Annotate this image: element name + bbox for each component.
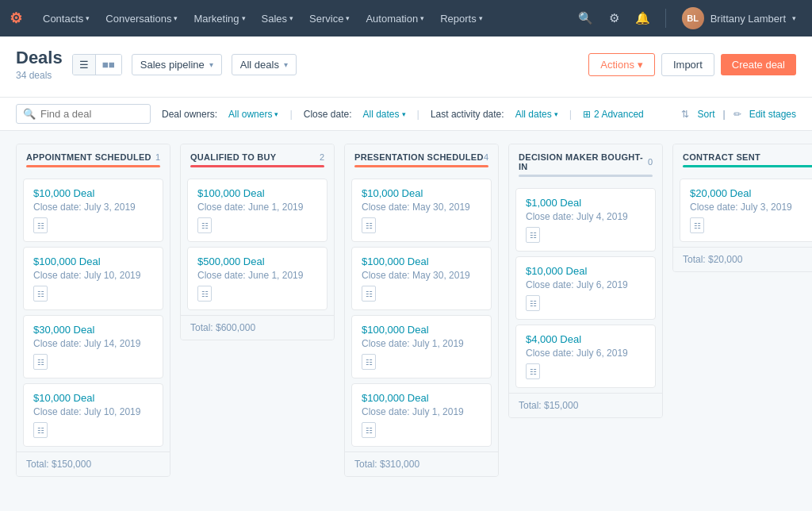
kanban-cards: $10,000 Deal Close date: July 3, 2019 ☷ … xyxy=(17,174,170,451)
nav-sales[interactable]: Sales ▾ xyxy=(254,0,302,36)
kanban-board: APPOINTMENT SCHEDULED 1 $10,000 Deal Clo… xyxy=(0,131,812,505)
activity-chevron-icon: ▾ xyxy=(554,110,558,118)
deal-name: $1,000 Deal xyxy=(526,197,645,209)
deal-icon: ☷ xyxy=(33,354,48,370)
deal-name: $100,000 Deal xyxy=(362,392,481,404)
deal-card[interactable]: $100,000 Deal Close date: June 1, 2019 ☷ xyxy=(187,179,327,242)
deal-card[interactable]: $10,000 Deal Close date: July 6, 2019 ☷ xyxy=(515,256,656,320)
search-wrap: 🔍 xyxy=(16,104,151,124)
nav-service[interactable]: Service ▾ xyxy=(301,0,358,36)
deal-date: Close date: July 1, 2019 xyxy=(362,406,481,417)
activity-filter[interactable]: All dates ▾ xyxy=(515,109,558,120)
actions-chevron-icon: ▾ xyxy=(638,59,643,71)
col-title: PRESENTATION SCHEDULED xyxy=(354,152,484,162)
col-header: PRESENTATION SCHEDULED 4 xyxy=(345,144,498,174)
col-header: DECISION MAKER BOUGHT-IN 0 xyxy=(509,144,662,183)
deal-name: $10,000 Deal xyxy=(526,265,645,277)
deal-card[interactable]: $10,000 Deal Close date: July 3, 2019 ☷ xyxy=(23,179,163,242)
deal-card[interactable]: $10,000 Deal Close date: May 30, 2019 ☷ xyxy=(351,179,492,242)
deal-name: $4,000 Deal xyxy=(526,333,645,345)
pipeline-chevron-icon: ▾ xyxy=(209,60,213,69)
nav-reports[interactable]: Reports ▾ xyxy=(432,0,491,36)
columns-icon: ⊞ xyxy=(583,109,591,120)
deal-date: Close date: May 30, 2019 xyxy=(362,270,481,281)
search-icon-btn[interactable]: 🔍 xyxy=(573,6,599,31)
search-input[interactable] xyxy=(40,108,144,120)
deal-icon: ☷ xyxy=(197,286,212,302)
chevron-icon: ▾ xyxy=(86,14,90,22)
close-date-filter[interactable]: All dates ▾ xyxy=(362,109,405,120)
create-deal-button[interactable]: Create deal xyxy=(721,54,796,75)
col-progress-bar xyxy=(190,165,324,167)
avatar: BL xyxy=(682,7,704,29)
deal-card[interactable]: $100,000 Deal Close date: May 30, 2019 ☷ xyxy=(351,247,492,310)
deal-name: $10,000 Deal xyxy=(362,187,481,199)
col-progress-bar xyxy=(519,175,653,177)
deal-icon: ☷ xyxy=(526,363,540,379)
deal-date: Close date: June 1, 2019 xyxy=(197,270,317,281)
nav-marketing[interactable]: Marketing ▾ xyxy=(186,0,253,36)
col-total: Total: $20,000 xyxy=(673,247,812,271)
deal-card[interactable]: $100,000 Deal Close date: July 1, 2019 ☷ xyxy=(351,315,492,378)
activity-label: Last activity date: xyxy=(431,109,504,120)
kanban-cards: $10,000 Deal Close date: May 30, 2019 ☷ … xyxy=(345,174,498,451)
deal-name: $30,000 Deal xyxy=(33,324,153,336)
deal-owners-filter[interactable]: All owners ▾ xyxy=(228,109,278,120)
deal-date: Close date: July 3, 2019 xyxy=(33,202,153,213)
close-date-label: Close date: xyxy=(304,109,352,120)
kanban-cards: $100,000 Deal Close date: June 1, 2019 ☷… xyxy=(181,174,334,315)
col-total: Total: $150,000 xyxy=(17,451,170,476)
deal-icon: ☷ xyxy=(690,217,704,233)
settings-icon-btn[interactable]: ⚙ xyxy=(602,6,627,31)
deal-date: Close date: July 10, 2019 xyxy=(33,270,153,281)
deal-icon: ☷ xyxy=(362,422,376,438)
deal-icon: ☷ xyxy=(33,422,48,438)
col-title: QUALIFIED TO BUY xyxy=(190,152,277,162)
col-count: 4 xyxy=(484,152,488,162)
notifications-icon-btn[interactable]: 🔔 xyxy=(630,6,656,31)
edit-stages-button[interactable]: Edit stages xyxy=(749,109,796,120)
chevron-icon: ▾ xyxy=(346,14,350,22)
user-chevron-icon: ▾ xyxy=(792,14,796,22)
list-view-btn[interactable]: ☰ xyxy=(73,55,96,75)
deal-date: Close date: July 1, 2019 xyxy=(362,338,481,349)
sort-divider: ⇅ xyxy=(681,109,689,120)
deal-card[interactable]: $20,000 Deal Close date: July 3, 2019 ☷ xyxy=(680,179,812,242)
deal-date: Close date: July 14, 2019 xyxy=(33,338,153,349)
deal-date: Close date: July 4, 2019 xyxy=(526,211,645,222)
col-count: 2 xyxy=(320,152,324,162)
username-label: Brittany Lambert xyxy=(710,13,786,25)
col-header: QUALIFIED TO BUY 2 xyxy=(181,144,334,174)
advanced-filters-link[interactable]: ⊞ 2 Advanced xyxy=(583,109,644,120)
deal-owners-label: Deal owners: xyxy=(162,109,217,120)
actions-button[interactable]: Actions ▾ xyxy=(588,53,655,76)
import-button[interactable]: Import xyxy=(661,53,714,76)
deal-card[interactable]: $100,000 Deal Close date: July 1, 2019 ☷ xyxy=(351,383,492,447)
deal-card[interactable]: $30,000 Deal Close date: July 14, 2019 ☷ xyxy=(23,315,163,378)
col-title: CONTRACT SENT xyxy=(683,152,760,162)
deal-card[interactable]: $500,000 Deal Close date: June 1, 2019 ☷ xyxy=(187,247,327,310)
deal-card[interactable]: $100,000 Deal Close date: July 10, 2019 … xyxy=(23,247,163,310)
nav-contacts[interactable]: Contacts ▾ xyxy=(35,0,98,36)
nav-conversations[interactable]: Conversations ▾ xyxy=(98,0,186,36)
kanban-col-presentation-scheduled: PRESENTATION SCHEDULED 4 $10,000 Deal Cl… xyxy=(344,144,499,477)
pipeline-dropdown[interactable]: Sales pipeline ▾ xyxy=(132,54,222,75)
kanban-cards: $1,000 Deal Close date: July 4, 2019 ☷ $… xyxy=(509,183,662,393)
deal-date: Close date: July 6, 2019 xyxy=(526,279,645,290)
col-title: APPOINTMENT SCHEDULED xyxy=(26,152,151,162)
chevron-icon: ▾ xyxy=(479,14,483,22)
deal-card[interactable]: $1,000 Deal Close date: July 4, 2019 ☷ xyxy=(515,188,656,252)
col-progress-bar xyxy=(26,165,160,167)
col-total: Total: $600,000 xyxy=(181,315,334,340)
chevron-icon: ▾ xyxy=(420,14,424,22)
deal-card[interactable]: $4,000 Deal Close date: July 6, 2019 ☷ xyxy=(515,325,656,388)
hubspot-logo[interactable]: ⚙ xyxy=(10,10,22,27)
grid-view-btn[interactable]: ■■ xyxy=(96,55,121,75)
deal-card[interactable]: $10,000 Deal Close date: July 10, 2019 ☷ xyxy=(23,383,163,447)
sort-button[interactable]: Sort xyxy=(697,109,714,120)
deals-filter-dropdown[interactable]: All deals ▾ xyxy=(232,54,297,75)
user-menu[interactable]: BL Brittany Lambert ▾ xyxy=(676,7,802,29)
page-header: Deals 34 deals ☰ ■■ Sales pipeline ▾ All… xyxy=(0,36,812,98)
deal-icon: ☷ xyxy=(33,286,48,302)
nav-automation[interactable]: Automation ▾ xyxy=(358,0,432,36)
